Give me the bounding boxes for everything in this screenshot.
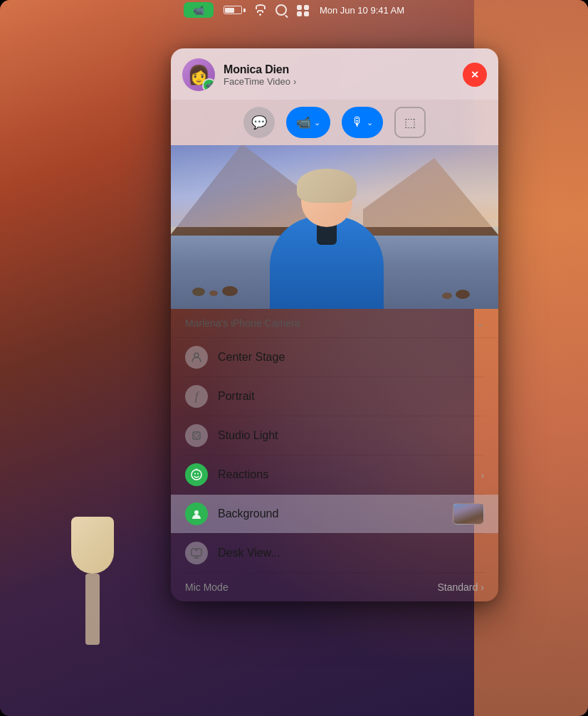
chat-button[interactable]: 💬 (243, 107, 275, 138)
video-camera-icon: 📹 (296, 115, 311, 130)
person-hair (297, 169, 357, 203)
close-icon: ✕ (471, 69, 479, 80)
screen-share-button[interactable]: ⬚ (394, 107, 426, 138)
lamp-decoration (64, 517, 121, 659)
menu-item-center-stage[interactable]: Center Stage (171, 338, 498, 377)
contact-name: Monica Dien (224, 63, 296, 76)
menu-bar-items: 📹 (184, 2, 404, 18)
battery-body (224, 6, 242, 14)
battery-indicator (224, 6, 246, 14)
facetime-controls-bar: 💬 📹 ⌄ 🎙 ⌄ ⬚ (171, 100, 498, 145)
scene-rocks-right (442, 290, 470, 299)
facetime-header: 👩 📹 Monica Dien FaceTime Video › ✕ (171, 48, 498, 100)
spotlight-search-icon[interactable] (275, 4, 287, 16)
chat-icon: 💬 (251, 115, 267, 130)
menu-item-portrait[interactable]: f Portrait (171, 377, 498, 416)
mic-button[interactable]: 🎙 ⌄ (342, 107, 383, 138)
menu-bar-time: Mon Jun 10 9:41 AM (320, 5, 404, 16)
video-chevron-icon: ⌄ (314, 118, 320, 127)
background-label: Background (218, 507, 443, 520)
close-button[interactable]: ✕ (463, 63, 487, 87)
rock-3 (222, 286, 238, 296)
facetime-window: 👩 📹 Monica Dien FaceTime Video › ✕ (171, 48, 498, 601)
svg-point-5 (197, 473, 199, 475)
screen-share-circle: ⬚ (394, 107, 426, 138)
svg-rect-1 (193, 432, 200, 439)
wifi-arc-medium (257, 10, 263, 14)
rock-2 (209, 290, 218, 296)
mic-mode-value: Standard › (438, 581, 485, 593)
call-type[interactable]: FaceTime Video › (224, 76, 296, 87)
facetime-menubar-icon[interactable]: 📹 (184, 2, 214, 18)
camera-source-label: Marlena's iPhone Camera (185, 317, 300, 329)
desktop-background: 📹 (0, 0, 588, 716)
avatar-badge: 📹 (202, 78, 215, 91)
reactions-icon (185, 463, 208, 486)
center-stage-icon (185, 346, 208, 369)
wifi-icon (256, 4, 266, 16)
svg-point-0 (194, 353, 199, 357)
mic-mode-row[interactable]: Mic Mode Standard › (171, 573, 498, 601)
svg-point-7 (194, 510, 199, 515)
background-icon (185, 502, 208, 525)
screen-share-icon: ⬚ (404, 115, 416, 130)
contact-details: Monica Dien FaceTime Video › (224, 63, 296, 87)
center-stage-label: Center Stage (218, 351, 484, 364)
microphone-icon: 🎙 (352, 115, 364, 130)
camera-source-row[interactable]: Marlena's iPhone Camera ⌄ (171, 309, 498, 338)
rock-4 (442, 293, 452, 299)
reactions-label: Reactions (218, 468, 471, 481)
battery-tip (243, 9, 246, 12)
svg-point-3 (191, 470, 201, 480)
portrait-icon: f (185, 385, 208, 408)
desk-view-icon (185, 542, 208, 564)
mic-mode-label: Mic Mode (185, 581, 229, 593)
menu-bar: 📹 (0, 0, 588, 20)
svg-point-11 (196, 549, 198, 552)
person-head (301, 176, 352, 227)
chat-circle: 💬 (243, 107, 275, 138)
mic-circle: 🎙 ⌄ (342, 107, 383, 138)
person-container (248, 152, 405, 309)
rock-1 (192, 288, 205, 296)
facetime-menu-list: Center Stage f Portrait Studio (171, 338, 498, 601)
reactions-chevron-icon: › (481, 470, 484, 480)
desk-view-label: Desk View... (218, 547, 484, 559)
rock-5 (456, 290, 470, 299)
contact-avatar: 👩 📹 (182, 58, 215, 91)
wifi-dot (259, 14, 261, 16)
studio-light-icon (185, 424, 208, 447)
menu-item-background[interactable]: Background (171, 495, 498, 533)
source-chevron-icon: ⌄ (476, 318, 484, 329)
menu-item-desk-view[interactable]: Desk View... (171, 534, 498, 572)
scene-rocks (192, 286, 238, 296)
background-thumbnail (453, 503, 484, 525)
control-center-icon[interactable] (297, 5, 310, 15)
svg-rect-2 (195, 434, 199, 438)
studio-light-label: Studio Light (218, 429, 484, 442)
wifi-arc-large (256, 4, 266, 9)
video-button[interactable]: 📹 ⌄ (286, 107, 330, 138)
battery-fill (225, 8, 234, 13)
menu-item-studio-light[interactable]: Studio Light (171, 416, 498, 455)
video-circle: 📹 ⌄ (286, 107, 330, 138)
svg-point-4 (194, 473, 196, 475)
video-feed (171, 145, 498, 309)
portrait-label: Portrait (218, 390, 484, 403)
menu-item-reactions[interactable]: Reactions › (171, 456, 498, 494)
mic-chevron-icon: ⌄ (367, 118, 373, 127)
facetime-contact-info: 👩 📹 Monica Dien FaceTime Video › (182, 58, 296, 91)
